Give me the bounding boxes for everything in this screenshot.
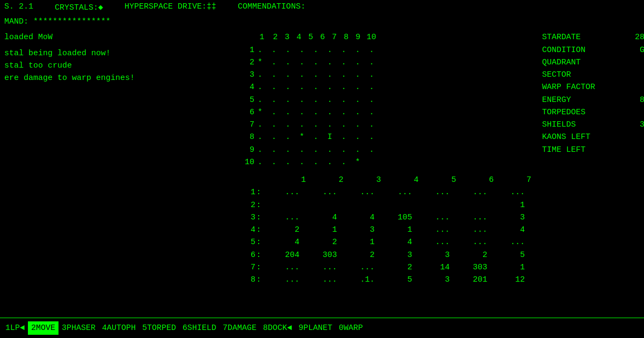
bottom-3phaser[interactable]: 3PHASER	[58, 321, 99, 335]
bottom-5torped[interactable]: 5TORPED	[139, 321, 179, 335]
message-2: stal too crude	[4, 60, 240, 72]
content-area: loaded MoW stal being loaded now! stal t…	[4, 31, 640, 314]
stat-time: TIME LEFT 2	[542, 144, 644, 156]
command-line: MAND: ****************	[4, 16, 640, 28]
stat-kaons: KAONS LEFT	[542, 131, 644, 143]
galaxy-row-8: 8. . . * . I . . .	[240, 131, 531, 143]
bottom-4autoph[interactable]: 4AUTOPH	[99, 321, 139, 335]
loaded-label: loaded MoW	[4, 31, 240, 43]
bottom-2move[interactable]: 2MOVE	[28, 321, 58, 335]
lower-row-3: 3 : ... 4 4 105 ... ... 3	[240, 211, 531, 224]
stat-warp-factor: WARP FACTOR	[542, 81, 644, 93]
stat-torpedoes: TORPEDOES	[542, 106, 644, 119]
galaxy-col-headers: 1 2 3 4 5 6 7 8 9 10	[240, 31, 531, 43]
bottom-0warp[interactable]: 0WARP	[335, 321, 366, 335]
main-area: S. 2.1 CRYSTALS:◆ HYPERSPACE DRIVE:‡‡ CO…	[0, 0, 644, 317]
messages: stal being loaded now! stal too crude er…	[4, 47, 240, 85]
stat-stardate: STARDATE 283	[542, 31, 644, 43]
stat-condition: CONDITION GR	[542, 44, 644, 56]
galaxy-row-10: 10. . . . . . . *	[240, 156, 531, 168]
lower-row-7: 7 : ... ... ... 2 14 303 1	[240, 261, 531, 274]
galaxy-row-9: 9. . . . . . . . .	[240, 144, 531, 156]
lower-row-2: 2 : 1	[240, 199, 531, 211]
lower-row-6: 6 : 204 303 2 3 3 2 5	[240, 249, 531, 261]
stat-quadrant: QUADRANT	[542, 56, 644, 69]
galaxy-row-1: 1. . . . . . . . .	[240, 44, 531, 56]
lower-row-1: 1 : ... ... ... ... ... ... ...	[240, 186, 531, 199]
lower-row-8: 8 : ... ... .1. 5 3 201 12	[240, 274, 531, 286]
center-panel: 1 2 3 4 5 6 7 8 9 10 1. . . . . . . . . …	[240, 31, 531, 314]
galaxy-row-6: 6* . . . . . . . .	[240, 106, 531, 119]
stats-panel: STARDATE 283 CONDITION GR QUADRANT SECTO…	[531, 31, 644, 314]
game-title: S. 2.1	[4, 2, 33, 12]
lower-row-5: 5 : 4 2 1 4 ... ... ...	[240, 236, 531, 248]
bottom-7damage[interactable]: 7DAMAGE	[219, 321, 260, 335]
crystals-section: CRYSTALS:◆	[55, 2, 103, 12]
bottom-8dock[interactable]: 8DOCK◄	[260, 321, 295, 335]
lower-grid: 1 : ... ... ... ... ... ... ... 2 :	[240, 186, 531, 286]
stat-energy: ENERGY 83	[542, 94, 644, 106]
bottom-9planet[interactable]: 9PLANET	[295, 321, 335, 335]
hyperdrive-section: HYPERSPACE DRIVE:‡‡	[125, 2, 216, 12]
message-1: stal being loaded now!	[4, 47, 240, 60]
galaxy-map: 1. . . . . . . . . 2* . . . . . . . . 3.…	[240, 44, 531, 169]
left-panel: loaded MoW stal being loaded now! stal t…	[4, 31, 240, 314]
top-bar: S. 2.1 CRYSTALS:◆ HYPERSPACE DRIVE:‡‡ CO…	[4, 2, 640, 12]
lower-row-4: 4 : 2 1 3 1 ... ... 4	[240, 224, 531, 236]
lower-col-headers: 1 2 3 4 5 6 7	[240, 174, 531, 186]
stat-shields: SHIELDS 38	[542, 119, 644, 131]
bottom-bar: 1LP◄ 2MOVE 3PHASER 4AUTOPH 5TORPED 6SHIE…	[0, 318, 644, 338]
galaxy-row-7: 7. . . . . . . . .	[240, 119, 531, 131]
galaxy-row-5: 5. . . . . . . . .	[240, 94, 531, 106]
stat-sector: SECTOR 8	[542, 69, 644, 81]
galaxy-row-3: 3. . . . . . . . .	[240, 69, 531, 81]
galaxy-row-4: 4. . . . . . . . .	[240, 81, 531, 93]
message-3: ere damage to warp engines!	[4, 72, 240, 84]
commendations-section: COMMENDATIONS:	[238, 2, 305, 12]
bottom-6shield[interactable]: 6SHIELD	[179, 321, 219, 335]
bottom-1lp[interactable]: 1LP◄	[2, 321, 28, 335]
galaxy-row-2: 2* . . . . . . . .	[240, 56, 531, 69]
